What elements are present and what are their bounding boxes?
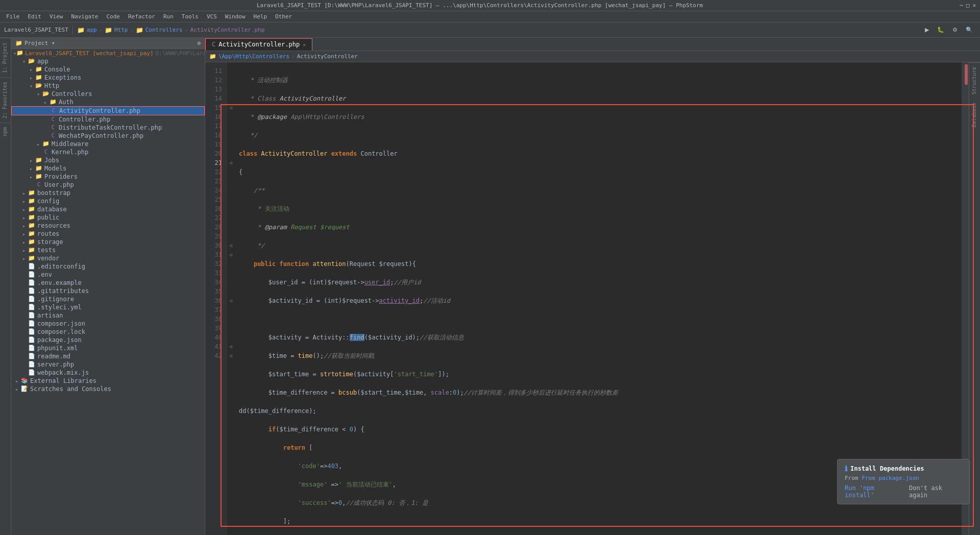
toolbar-file[interactable]: ActivityController.php [190, 27, 265, 33]
toolbar-sep1 [72, 26, 73, 35]
tree-routes[interactable]: ▸ 📁 routes [11, 230, 205, 238]
project-title: Project ▾ [24, 40, 55, 46]
menu-other[interactable]: Other [271, 12, 296, 21]
run-btn[interactable]: ▶ [922, 26, 932, 34]
project-gear-icon[interactable]: ⚙ [197, 40, 201, 46]
breadcrumb-path2[interactable]: ActivityController [297, 53, 358, 60]
tree-controller[interactable]: C Controller.php [11, 115, 205, 124]
tree-composer-json[interactable]: 📄 composer.json [11, 320, 205, 328]
tree-webpack[interactable]: 📄 webpack.mix.js [11, 369, 205, 377]
tree-root[interactable]: ▾ 📁 Laravel6_JSAPI_TEST [wechat_jsapi_pa… [11, 49, 205, 57]
debug-btn[interactable]: 🐛 [934, 26, 947, 34]
tree-artisan[interactable]: 📄 artisan [11, 311, 205, 320]
tree-database[interactable]: ▸ 📁 database [11, 205, 205, 213]
tree-composer-lock[interactable]: 📄 composer.lock [11, 328, 205, 336]
tree-distribute[interactable]: C DistributeTaskController.php [11, 124, 205, 132]
tab-php-icon: C [212, 41, 215, 48]
editor-tab-activity[interactable]: C ActivityController.php ✕ [205, 38, 312, 51]
maximize-btn[interactable]: □ [966, 2, 970, 9]
menu-help[interactable]: Help [250, 12, 272, 21]
breadcrumb-path1[interactable]: \App\Http\Controllers [218, 53, 289, 60]
window-title: Laravel6_JSAPI_TEST [D:\WWW\PHP\Laravel6… [4, 2, 955, 9]
menu-navigate[interactable]: Navigate [67, 12, 103, 21]
project-tree: ▾ 📁 Laravel6_JSAPI_TEST [wechat_jsapi_pa… [11, 49, 205, 535]
side-label-structure[interactable]: Structure [969, 62, 980, 99]
menu-file[interactable]: File [2, 12, 24, 21]
tree-server[interactable]: 📄 server.php [11, 360, 205, 369]
menu-code[interactable]: Code [102, 12, 124, 21]
notification-from-label: From [845, 475, 862, 481]
search-everywhere-btn[interactable]: 🔍 [963, 26, 976, 34]
tree-resources[interactable]: ▸ 📁 resources [11, 222, 205, 230]
title-bar: Laravel6_JSAPI_TEST [D:\WWW\PHP\Laravel6… [0, 0, 980, 11]
tree-env[interactable]: 📄 .env [11, 271, 205, 279]
menu-bar: File Edit View Navigate Code Refactor Ru… [0, 11, 980, 22]
toolbar-controllers[interactable]: Controllers [145, 27, 183, 33]
toolbar: Laravel6_JSAPI_TEST 📁 app › 📁 Http › 📁 C… [0, 22, 980, 38]
side-label-favorites[interactable]: 2: Favorites [0, 77, 11, 123]
tree-readme[interactable]: 📄 readme.md [11, 352, 205, 360]
tree-kernel[interactable]: C Kernel.php [11, 148, 205, 156]
notification-dismiss-btn[interactable]: Don't ask again [909, 484, 962, 499]
tree-env-example[interactable]: 📄 .env.example [11, 279, 205, 287]
toolbar-folder-icon3: 📁 [136, 27, 143, 34]
menu-vcs[interactable]: VCS [203, 12, 221, 21]
fold-markers: ◁ ◁ ◁ ◁ ◁ [227, 62, 235, 535]
tree-config[interactable]: ▸ 📁 config [11, 197, 205, 205]
close-btn[interactable]: ✕ [972, 2, 976, 9]
tree-gitignore[interactable]: 📄 .gitignore [11, 295, 205, 303]
notification-popup: ℹ Install Dependencies From From package… [837, 459, 970, 504]
menu-window[interactable]: Window [221, 12, 250, 21]
tree-app[interactable]: ▾ 📂 app [11, 57, 205, 65]
tree-public[interactable]: ▸ 📁 public [11, 213, 205, 222]
tree-console[interactable]: ▸ 📁 Console [11, 65, 205, 74]
side-label-project[interactable]: 1: Project [0, 38, 11, 77]
tree-controllers[interactable]: ▾ 📂 Controllers [11, 90, 205, 98]
tree-models[interactable]: ▸ 📁 Models [11, 164, 205, 173]
tab-close-btn[interactable]: ✕ [303, 42, 306, 47]
tree-exceptions[interactable]: ▸ 📁 Exceptions [11, 74, 205, 82]
tree-editorconfig[interactable]: 📄 .editorconfig [11, 262, 205, 271]
tree-user[interactable]: C User.php [11, 181, 205, 189]
tree-scratches[interactable]: ▸ 📝 Scratches and Consoles [11, 385, 205, 393]
menu-run[interactable]: Run [159, 12, 178, 21]
menu-tools[interactable]: Tools [178, 12, 203, 21]
line-numbers: 11 12 13 14 15 16 17 18 19 20 21 22 23 2… [205, 62, 227, 535]
menu-view[interactable]: View [45, 12, 67, 21]
tree-tests[interactable]: ▸ 📁 tests [11, 246, 205, 254]
minimize-btn[interactable]: ─ [960, 2, 963, 9]
notification-package-link[interactable]: From package.json [862, 475, 919, 481]
toolbar-app[interactable]: app [87, 27, 97, 33]
toolbar-folder-icon2: 📁 [105, 27, 112, 34]
tree-storage[interactable]: ▸ 📁 storage [11, 238, 205, 246]
tree-styleci[interactable]: 📄 .styleci.yml [11, 303, 205, 311]
tree-wechatpay[interactable]: C WechatPayController.php [11, 132, 205, 140]
right-side-labels: Structure Database [969, 62, 980, 535]
settings-btn[interactable]: ⚙ [949, 26, 961, 34]
tree-external-libraries[interactable]: ▸ 📚 External Libraries [11, 377, 205, 385]
tree-phpunit[interactable]: 📄 phpunit.xml [11, 344, 205, 352]
side-label-database[interactable]: Database [969, 99, 980, 131]
menu-edit[interactable]: Edit [24, 12, 46, 21]
breadcrumb-sep: › [291, 53, 295, 60]
notification-actions: Run 'npm install' Don't ask again [845, 484, 962, 499]
tree-auth[interactable]: ▸ 📁 Auth [11, 98, 205, 106]
tree-providers[interactable]: ▸ 📁 Providers [11, 173, 205, 181]
tree-vendor[interactable]: ▸ 📁 vendor [11, 254, 205, 262]
tree-middleware[interactable]: ▸ 📁 Middleware [11, 140, 205, 148]
tree-activity-controller[interactable]: C ActivityController.php [11, 106, 205, 115]
tree-http[interactable]: ▾ 📂 Http [11, 82, 205, 90]
side-label-npm[interactable]: npm [0, 123, 11, 140]
project-header: 📁 Project ▾ ⚙ [11, 38, 205, 49]
info-icon: ℹ [845, 465, 847, 473]
project-icon: 📁 [15, 40, 22, 46]
tree-bootstrap[interactable]: ▸ 📁 bootstrap [11, 189, 205, 197]
notification-run-btn[interactable]: Run 'npm install' [845, 484, 905, 499]
breadcrumb: 📁 \App\Http\Controllers › ActivityContro… [205, 51, 980, 62]
menu-refactor[interactable]: Refactor [124, 12, 159, 21]
project-panel: 📁 Project ▾ ⚙ ▾ 📁 Laravel6_JSAPI_TEST [w… [11, 38, 205, 535]
tree-gitattributes[interactable]: 📄 .gitattributes [11, 287, 205, 295]
tree-jobs[interactable]: ▸ 📁 Jobs [11, 156, 205, 164]
tree-package-json[interactable]: 📄 package.json [11, 336, 205, 344]
toolbar-http[interactable]: Http [114, 27, 128, 33]
